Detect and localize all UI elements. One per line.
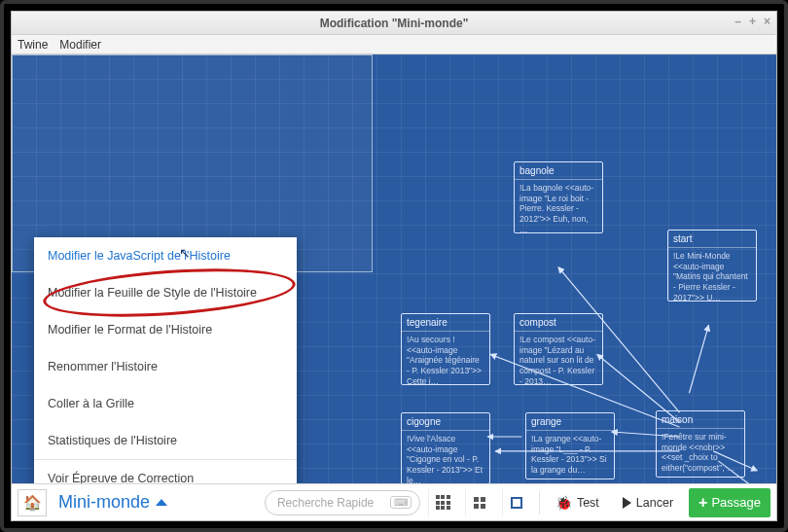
zoom-medium-button[interactable] xyxy=(465,489,494,516)
menubar: Twine Modifier xyxy=(12,35,776,54)
play-icon xyxy=(623,497,631,509)
add-passage-button[interactable]: + Passage xyxy=(689,488,770,517)
home-button[interactable]: 🏠 xyxy=(18,489,47,516)
node-title: cigogne xyxy=(402,413,489,431)
menu-edit-format[interactable]: Modifier le Format de l'Histoire xyxy=(34,311,297,348)
node-title: grange xyxy=(526,413,614,431)
home-icon: 🏠 xyxy=(23,494,42,512)
titlebar: Modification "Mini-monde" – + × xyxy=(12,12,776,35)
story-name: Mini-monde xyxy=(58,492,150,513)
zoom-small-button[interactable] xyxy=(428,489,457,516)
menu-rename-story[interactable]: Renommer l'Histoire xyxy=(34,348,297,385)
node-title: start xyxy=(668,231,756,248)
menu-twine[interactable]: Twine xyxy=(18,38,48,52)
node-start[interactable]: start !Le Mini-Monde <<auto-image "Matin… xyxy=(667,230,757,301)
minimize-button[interactable]: – xyxy=(734,15,741,28)
node-tegenaire[interactable]: tegenaire !Au secours ! <<auto-image "Ar… xyxy=(401,313,490,385)
add-label: Passage xyxy=(711,495,761,510)
node-bagnole[interactable]: bagnole !La bagnole <<auto-image "Le roi… xyxy=(514,161,603,233)
node-title: compost xyxy=(515,314,602,332)
maximize-button[interactable]: + xyxy=(749,15,756,28)
play-label: Lancer xyxy=(636,496,673,510)
toolbar-separator xyxy=(539,491,540,514)
node-body: !La grange <<auto-image "L___ - P. Kessl… xyxy=(526,431,614,479)
node-body: !Le compost <<auto-image "Lézard au natu… xyxy=(515,332,602,384)
menu-modifier[interactable]: Modifier xyxy=(59,38,101,52)
node-body: !Vive l'Alsace <<auto-image "Cigogne en … xyxy=(402,431,489,483)
node-body: !Fenêtre sur mini-monde <<nobr>> <<set _… xyxy=(657,429,744,477)
outer-frame: Modification "Mini-monde" – + × Twine Mo… xyxy=(0,0,788,532)
bottom-toolbar: 🏠 Mini-monde Recherche Rapide ⌨ 🐞 Test L xyxy=(12,483,776,520)
node-title: tegenaire xyxy=(402,314,489,332)
story-canvas[interactable]: bagnole !La bagnole <<auto-image "Le roi… xyxy=(12,54,776,483)
test-button[interactable]: 🐞 Test xyxy=(548,489,607,516)
menu-snap-grid[interactable]: Coller à la Grille xyxy=(34,385,297,422)
test-label: Test xyxy=(577,496,599,510)
window-title: Modification "Mini-monde" xyxy=(320,17,469,30)
node-title: maison xyxy=(657,411,744,429)
app-window: Modification "Mini-monde" – + × Twine Mo… xyxy=(11,11,777,521)
node-title: bagnole xyxy=(515,162,602,180)
plus-icon: + xyxy=(698,495,707,511)
menu-proof[interactable]: Voir Épreuve de Correction xyxy=(34,460,297,483)
play-button[interactable]: Lancer xyxy=(615,489,681,516)
menu-stats[interactable]: Statistiques de l'Histoire xyxy=(34,422,297,459)
grid-large-icon xyxy=(474,497,485,509)
grid-small-icon xyxy=(436,495,450,510)
node-body: !La bagnole <<auto-image "Le roi boit - … xyxy=(515,180,602,232)
zoom-large-button[interactable] xyxy=(502,489,531,516)
menu-edit-css[interactable]: Modifier la Feuille de Style de l'Histoi… xyxy=(34,274,297,311)
node-body: !Au secours ! <<auto-image "Araignée tég… xyxy=(402,332,489,384)
node-body: !Le Mini-Monde <<auto-image "Matins qui … xyxy=(668,248,756,301)
menu-edit-js[interactable]: Modifier le JavaScript de l'Histoire xyxy=(34,237,297,274)
search-placeholder: Recherche Rapide xyxy=(277,496,374,510)
node-cigogne[interactable]: cigogne !Vive l'Alsace <<auto-image "Cig… xyxy=(401,412,490,483)
node-grange[interactable]: grange !La grange <<auto-image "L___ - P… xyxy=(525,412,615,479)
quick-search-input[interactable]: Recherche Rapide ⌨ xyxy=(265,490,420,515)
bug-icon: 🐞 xyxy=(555,495,572,511)
story-menu-popup: Modifier le JavaScript de l'Histoire Mod… xyxy=(34,237,297,483)
node-maison[interactable]: maison !Fenêtre sur mini-monde <<nobr>> … xyxy=(656,410,745,478)
node-compost[interactable]: compost !Le compost <<auto-image "Lézard… xyxy=(514,313,603,385)
chevron-up-icon xyxy=(156,499,167,506)
square-icon xyxy=(511,497,522,509)
keyboard-icon: ⌨ xyxy=(390,496,412,509)
close-button[interactable]: × xyxy=(764,15,770,28)
window-controls: – + × xyxy=(734,15,770,28)
story-menu-button[interactable]: Mini-monde xyxy=(54,492,171,513)
